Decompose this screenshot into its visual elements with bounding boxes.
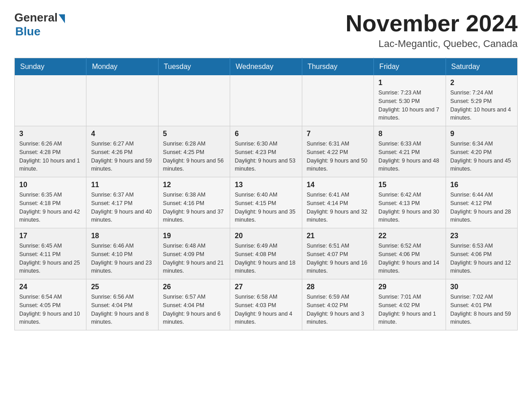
weekday-header-wednesday: Wednesday [230, 58, 302, 76]
day-number: 12 [163, 181, 225, 189]
day-info: Sunrise: 7:01 AM Sunset: 4:02 PM Dayligh… [378, 293, 441, 326]
calendar-cell: 13Sunrise: 6:40 AM Sunset: 4:15 PM Dayli… [230, 177, 302, 228]
weekday-header-monday: Monday [86, 58, 158, 76]
logo-general-text: General [14, 11, 58, 25]
weekday-header-saturday: Saturday [446, 58, 517, 76]
day-info: Sunrise: 6:34 AM Sunset: 4:20 PM Dayligh… [450, 140, 513, 173]
day-number: 22 [378, 232, 441, 240]
day-info: Sunrise: 6:38 AM Sunset: 4:16 PM Dayligh… [163, 191, 225, 224]
day-number: 28 [307, 283, 369, 291]
calendar-cell: 24Sunrise: 6:54 AM Sunset: 4:05 PM Dayli… [15, 279, 86, 330]
logo-arrow-icon [59, 14, 65, 23]
calendar-cell: 4Sunrise: 6:27 AM Sunset: 4:26 PM Daylig… [86, 126, 158, 177]
calendar-week-row: 1Sunrise: 7:23 AM Sunset: 5:30 PM Daylig… [15, 75, 518, 126]
day-info: Sunrise: 6:31 AM Sunset: 4:22 PM Dayligh… [307, 140, 369, 173]
calendar-cell: 2Sunrise: 7:24 AM Sunset: 5:29 PM Daylig… [446, 75, 517, 126]
calendar-cell: 25Sunrise: 6:56 AM Sunset: 4:04 PM Dayli… [86, 279, 158, 330]
day-info: Sunrise: 6:26 AM Sunset: 4:28 PM Dayligh… [19, 140, 82, 173]
day-number: 24 [19, 283, 82, 291]
day-info: Sunrise: 6:56 AM Sunset: 4:04 PM Dayligh… [91, 293, 153, 326]
calendar-cell: 11Sunrise: 6:37 AM Sunset: 4:17 PM Dayli… [86, 177, 158, 228]
day-number: 5 [163, 130, 225, 138]
day-info: Sunrise: 7:23 AM Sunset: 5:30 PM Dayligh… [378, 89, 441, 122]
day-info: Sunrise: 6:52 AM Sunset: 4:06 PM Dayligh… [378, 242, 441, 275]
day-info: Sunrise: 6:45 AM Sunset: 4:11 PM Dayligh… [19, 242, 82, 275]
day-number: 15 [378, 181, 441, 189]
calendar-cell: 15Sunrise: 6:42 AM Sunset: 4:13 PM Dayli… [374, 177, 446, 228]
day-number: 4 [91, 130, 153, 138]
calendar-cell: 16Sunrise: 6:44 AM Sunset: 4:12 PM Dayli… [446, 177, 517, 228]
weekday-header-friday: Friday [374, 58, 446, 76]
calendar-cell: 21Sunrise: 6:51 AM Sunset: 4:07 PM Dayli… [302, 228, 373, 279]
calendar-cell: 29Sunrise: 7:01 AM Sunset: 4:02 PM Dayli… [374, 279, 446, 330]
calendar-week-row: 10Sunrise: 6:35 AM Sunset: 4:18 PM Dayli… [15, 177, 518, 228]
weekday-header-thursday: Thursday [302, 58, 373, 76]
day-number: 17 [19, 232, 82, 240]
calendar-cell: 7Sunrise: 6:31 AM Sunset: 4:22 PM Daylig… [302, 126, 373, 177]
day-info: Sunrise: 6:58 AM Sunset: 4:03 PM Dayligh… [235, 293, 297, 326]
logo: General Blue [14, 11, 65, 39]
calendar-cell: 30Sunrise: 7:02 AM Sunset: 4:01 PM Dayli… [446, 279, 517, 330]
day-number: 2 [450, 79, 513, 87]
day-number: 18 [91, 232, 153, 240]
weekday-header-sunday: Sunday [15, 58, 86, 76]
day-info: Sunrise: 6:44 AM Sunset: 4:12 PM Dayligh… [450, 191, 513, 224]
day-number: 7 [307, 130, 369, 138]
day-info: Sunrise: 6:57 AM Sunset: 4:04 PM Dayligh… [163, 293, 225, 326]
day-info: Sunrise: 6:41 AM Sunset: 4:14 PM Dayligh… [307, 191, 369, 224]
calendar-cell [302, 75, 373, 126]
day-info: Sunrise: 6:30 AM Sunset: 4:23 PM Dayligh… [235, 140, 297, 173]
day-info: Sunrise: 6:28 AM Sunset: 4:25 PM Dayligh… [163, 140, 225, 173]
day-number: 14 [307, 181, 369, 189]
day-info: Sunrise: 6:35 AM Sunset: 4:18 PM Dayligh… [19, 191, 82, 224]
day-number: 23 [450, 232, 513, 240]
calendar-cell: 20Sunrise: 6:49 AM Sunset: 4:08 PM Dayli… [230, 228, 302, 279]
location-title: Lac-Megantic, Quebec, Canada [346, 38, 518, 50]
day-info: Sunrise: 6:54 AM Sunset: 4:05 PM Dayligh… [19, 293, 82, 326]
day-info: Sunrise: 6:59 AM Sunset: 4:02 PM Dayligh… [307, 293, 369, 326]
day-number: 29 [378, 283, 441, 291]
calendar-cell: 12Sunrise: 6:38 AM Sunset: 4:16 PM Dayli… [158, 177, 230, 228]
day-info: Sunrise: 7:24 AM Sunset: 5:29 PM Dayligh… [450, 89, 513, 122]
calendar-cell [158, 75, 230, 126]
day-info: Sunrise: 6:53 AM Sunset: 4:06 PM Dayligh… [450, 242, 513, 275]
day-number: 27 [235, 283, 297, 291]
day-number: 21 [307, 232, 369, 240]
day-info: Sunrise: 6:49 AM Sunset: 4:08 PM Dayligh… [235, 242, 297, 275]
day-number: 10 [19, 181, 82, 189]
calendar-cell: 22Sunrise: 6:52 AM Sunset: 4:06 PM Dayli… [374, 228, 446, 279]
calendar-cell: 6Sunrise: 6:30 AM Sunset: 4:23 PM Daylig… [230, 126, 302, 177]
calendar-cell [15, 75, 86, 126]
day-number: 13 [235, 181, 297, 189]
calendar-cell: 26Sunrise: 6:57 AM Sunset: 4:04 PM Dayli… [158, 279, 230, 330]
calendar-cell: 18Sunrise: 6:46 AM Sunset: 4:10 PM Dayli… [86, 228, 158, 279]
calendar-cell: 19Sunrise: 6:48 AM Sunset: 4:09 PM Dayli… [158, 228, 230, 279]
day-number: 30 [450, 283, 513, 291]
logo-blue-text: Blue [15, 25, 40, 39]
day-number: 8 [378, 130, 441, 138]
calendar-week-row: 3Sunrise: 6:26 AM Sunset: 4:28 PM Daylig… [15, 126, 518, 177]
calendar-cell: 3Sunrise: 6:26 AM Sunset: 4:28 PM Daylig… [15, 126, 86, 177]
day-info: Sunrise: 6:51 AM Sunset: 4:07 PM Dayligh… [307, 242, 369, 275]
calendar-body: 1Sunrise: 7:23 AM Sunset: 5:30 PM Daylig… [15, 75, 518, 330]
day-number: 19 [163, 232, 225, 240]
day-number: 20 [235, 232, 297, 240]
day-info: Sunrise: 7:02 AM Sunset: 4:01 PM Dayligh… [450, 293, 513, 326]
day-number: 1 [378, 79, 441, 87]
day-info: Sunrise: 6:37 AM Sunset: 4:17 PM Dayligh… [91, 191, 153, 224]
day-info: Sunrise: 6:48 AM Sunset: 4:09 PM Dayligh… [163, 242, 225, 275]
day-info: Sunrise: 6:46 AM Sunset: 4:10 PM Dayligh… [91, 242, 153, 275]
calendar-cell: 10Sunrise: 6:35 AM Sunset: 4:18 PM Dayli… [15, 177, 86, 228]
day-number: 11 [91, 181, 153, 189]
calendar-cell: 17Sunrise: 6:45 AM Sunset: 4:11 PM Dayli… [15, 228, 86, 279]
calendar-cell: 27Sunrise: 6:58 AM Sunset: 4:03 PM Dayli… [230, 279, 302, 330]
calendar-week-row: 17Sunrise: 6:45 AM Sunset: 4:11 PM Dayli… [15, 228, 518, 279]
calendar-cell: 5Sunrise: 6:28 AM Sunset: 4:25 PM Daylig… [158, 126, 230, 177]
calendar-cell: 23Sunrise: 6:53 AM Sunset: 4:06 PM Dayli… [446, 228, 517, 279]
day-number: 3 [19, 130, 82, 138]
day-info: Sunrise: 6:27 AM Sunset: 4:26 PM Dayligh… [91, 140, 153, 173]
weekday-header-tuesday: Tuesday [158, 58, 230, 76]
calendar-week-row: 24Sunrise: 6:54 AM Sunset: 4:05 PM Dayli… [15, 279, 518, 330]
day-info: Sunrise: 6:33 AM Sunset: 4:21 PM Dayligh… [378, 140, 441, 173]
weekday-header-row: SundayMondayTuesdayWednesdayThursdayFrid… [15, 58, 518, 76]
